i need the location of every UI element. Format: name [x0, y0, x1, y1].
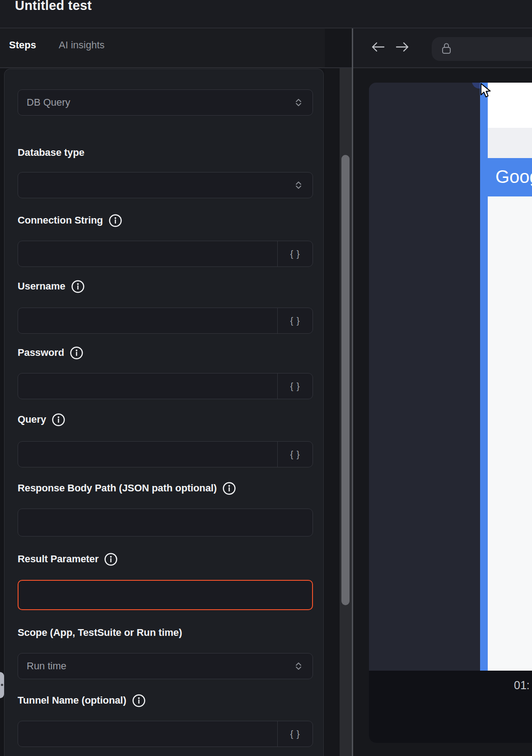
forward-arrow-icon[interactable]	[396, 41, 410, 53]
query-label: Query	[18, 412, 65, 427]
username-label: Username	[18, 279, 85, 294]
response-body-path-label: Response Body Path (JSON path optional)	[18, 481, 236, 496]
handle-dot-icon	[1, 684, 3, 686]
page-blue-stripe	[480, 83, 488, 671]
action-select-value: DB Query	[18, 90, 313, 115]
scope-label: Scope (App, TestSuite or Run time)	[18, 625, 182, 640]
chevron-updown-icon	[294, 661, 303, 671]
connection-string-label: Connection String	[18, 213, 122, 228]
mouse-cursor-icon	[479, 83, 495, 100]
result-parameter-input[interactable]	[18, 580, 313, 610]
info-icon[interactable]	[222, 481, 236, 495]
info-icon[interactable]	[70, 346, 84, 360]
tunnel-name-label: Tunnel Name (optional)	[18, 693, 146, 708]
tab-steps[interactable]: Steps	[9, 39, 36, 51]
page-gray-band	[488, 128, 532, 158]
preview-timeline-bar: 01:	[369, 671, 532, 743]
insert-variable-button[interactable]: { }	[277, 308, 313, 333]
scope-select-value: Run time	[18, 653, 313, 678]
insert-variable-button[interactable]: { }	[277, 241, 313, 266]
insert-variable-button[interactable]: { }	[277, 442, 313, 467]
scrollbar-track[interactable]	[340, 68, 352, 756]
step-details-card: DB Query Database type Connection String…	[4, 69, 324, 756]
password-input[interactable]: { }	[18, 373, 313, 399]
scrollbar-thumb[interactable]	[341, 155, 350, 605]
info-icon[interactable]	[104, 552, 118, 566]
panel-gutter	[325, 68, 340, 756]
insert-variable-button[interactable]: { }	[277, 373, 313, 399]
back-arrow-icon[interactable]	[370, 41, 385, 53]
page-light-section	[488, 196, 532, 671]
header: Untitled test	[0, 0, 532, 28]
chevron-updown-icon	[294, 98, 303, 107]
info-icon[interactable]	[71, 280, 85, 294]
action-select[interactable]: DB Query	[18, 89, 313, 116]
tunnel-name-input[interactable]: { }	[18, 721, 313, 747]
page-heading-text: Goog	[488, 158, 532, 195]
info-icon[interactable]	[108, 214, 122, 228]
page-title: Untitled test	[15, 0, 92, 13]
response-body-path-input[interactable]	[18, 509, 313, 537]
password-label: Password	[18, 345, 84, 360]
tab-ai-insights[interactable]: AI insights	[59, 39, 105, 51]
browser-toolbar	[353, 28, 532, 67]
result-parameter-label: Result Parameter	[18, 551, 118, 567]
database-type-select[interactable]	[18, 172, 313, 198]
insert-variable-button[interactable]: { }	[277, 721, 313, 747]
page-blue-banner: Goog	[488, 158, 532, 196]
info-icon[interactable]	[132, 694, 146, 708]
preview-viewport[interactable]: Goog	[369, 83, 532, 671]
address-bar[interactable]	[432, 37, 532, 61]
username-input[interactable]: { }	[18, 308, 313, 334]
edge-drag-handle[interactable]	[0, 672, 4, 698]
connection-string-input[interactable]: { }	[18, 241, 313, 267]
query-input[interactable]: { }	[18, 441, 313, 467]
panel-gap	[325, 28, 352, 67]
tab-bar: Steps AI insights	[0, 28, 325, 67]
database-type-label: Database type	[18, 145, 84, 160]
chevron-updown-icon	[294, 180, 303, 190]
app-window: Untitled test Steps AI insights DB Query	[0, 0, 532, 756]
timeline-time: 01:	[514, 679, 530, 692]
lock-icon	[441, 42, 452, 56]
scope-select[interactable]: Run time	[18, 653, 313, 679]
browser-preview-card: Goog 01:	[369, 83, 532, 743]
info-icon[interactable]	[51, 413, 65, 427]
